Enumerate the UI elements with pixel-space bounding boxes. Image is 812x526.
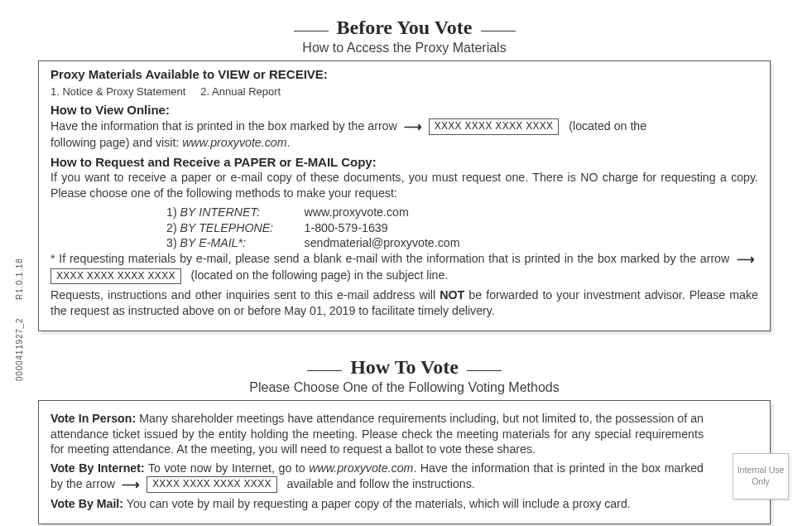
m1-label: BY INTERNET: <box>180 205 305 220</box>
m2-label: BY TELEPHONE: <box>180 220 305 236</box>
side-rev: R1.0.1.18 <box>15 258 24 300</box>
internal-use-box: Internal Use Only <box>733 453 789 499</box>
code-box: XXXX XXXX XXXX XXXX <box>147 476 277 493</box>
title-text: How To Vote <box>350 356 459 378</box>
method-internet: 1) BY INTERNET: www.proxyvote.com <box>166 205 758 220</box>
m2-num: 2) <box>166 220 177 236</box>
request-intro: If you want to receive a paper or e-mail… <box>50 170 758 200</box>
available-header: Proxy Materials Available to VIEW or REC… <box>50 66 758 83</box>
before-you-vote-subtitle: How to Access the Proxy Materials <box>38 41 771 55</box>
vbi-url: www.proxyvote.com <box>309 461 413 475</box>
arrow-icon: ⟶ <box>737 251 755 268</box>
vip-header: Vote In Person: <box>50 412 136 425</box>
view-online-header: How to View Online: <box>50 102 758 118</box>
method-email: 3) BY E-MAIL*: sendmaterial@proxyvote.co… <box>166 235 758 251</box>
rule-left <box>294 31 329 31</box>
req-date: May 01, 2019 <box>284 304 355 317</box>
m1-value: www.proxyvote.com <box>305 205 409 220</box>
internal-l1: Internal Use <box>733 465 788 476</box>
internal-l2: Only <box>733 476 788 488</box>
proxy-materials-box: Proxy Materials Available to VIEW or REC… <box>38 60 771 331</box>
request-footer: Requests, instructions and other inquiri… <box>50 287 758 318</box>
how-to-vote-title: How To Vote <box>38 356 771 379</box>
vip-text: Many shareholder meetings have attendanc… <box>50 412 704 456</box>
method-telephone: 2) BY TELEPHONE: 1-800-579-1639 <box>166 220 758 236</box>
rule-left <box>307 370 342 371</box>
view-post1: (located on the <box>569 119 646 133</box>
view-online-line: Have the information that is printed in … <box>50 118 758 151</box>
req2a: Requests, instructions and other inquiri… <box>50 288 440 302</box>
vbm-text: You can vote by mail by requesting a pap… <box>123 497 631 510</box>
request-header: How to Request and Receive a PAPER or E-… <box>50 154 758 171</box>
code-box: XXXX XXXX XXXX XXXX <box>429 118 560 135</box>
vbi-header: Vote By Internet: <box>50 461 145 475</box>
request-methods: 1) BY INTERNET: www.proxyvote.com 2) BY … <box>166 205 758 251</box>
rule-right <box>481 31 516 31</box>
materials-list: 1. Notice & Proxy Statement 2. Annual Re… <box>50 84 758 99</box>
voting-methods-box: Vote In Person: Many shareholder meeting… <box>38 400 771 524</box>
star-post: (located on the following page) in the s… <box>191 268 449 282</box>
m2-value: 1-800-579-1639 <box>305 220 388 236</box>
vote-by-mail: Vote By Mail: You can vote by mail by re… <box>50 496 704 512</box>
view-post2: following page) and visit: <box>50 136 179 149</box>
rule-right <box>467 370 502 371</box>
title-text: Before You Vote <box>337 17 473 38</box>
code-box: XXXX XXXX XXXX XXXX <box>50 268 181 285</box>
vbi-c: available and follow the instructions. <box>287 477 475 490</box>
vote-in-person: Vote In Person: Many shareholder meeting… <box>50 411 704 457</box>
side-code: 0000411927_2 <box>15 318 24 381</box>
req-not: NOT <box>440 288 464 302</box>
vbi-a: To vote now by Internet, go to <box>145 461 310 475</box>
view-url: www.proxyvote.com <box>182 136 286 149</box>
req2d: to facilitate timely delivery. <box>355 304 494 317</box>
how-to-vote-subtitle: Please Choose One of the Following Votin… <box>38 380 771 395</box>
before-you-vote-title: Before You Vote <box>38 17 771 39</box>
arrow-icon: ⟶ <box>122 476 140 493</box>
view-pre: Have the information that is printed in … <box>50 119 397 133</box>
m3-value: sendmaterial@proxyvote.com <box>305 235 460 251</box>
side-codes: 0000411927_2 R1.0.1.18 <box>15 258 24 381</box>
m1-num: 1) <box>166 205 177 220</box>
m3-num: 3) <box>166 235 177 251</box>
m3-label: BY E-MAIL*: <box>180 235 305 251</box>
star-pre: * If requesting materials by e-mail, ple… <box>50 252 729 265</box>
email-star-note: * If requesting materials by e-mail, ple… <box>50 251 758 284</box>
arrow-icon: ⟶ <box>404 118 422 135</box>
vote-by-internet: Vote By Internet: To vote now by Interne… <box>50 461 704 493</box>
vbm-header: Vote By Mail: <box>50 497 123 510</box>
